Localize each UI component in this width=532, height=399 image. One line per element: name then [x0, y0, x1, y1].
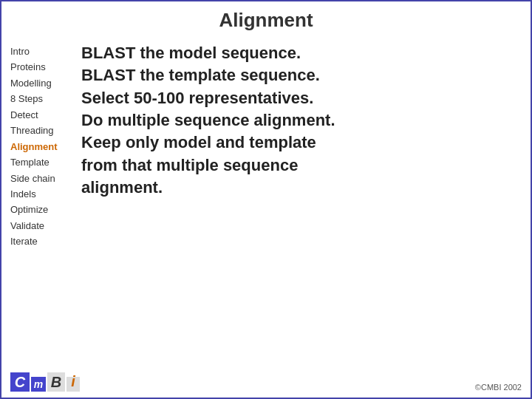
content-line: Select 50-100 representatives. — [81, 87, 522, 109]
sidebar-item[interactable]: Threading — [10, 123, 77, 138]
sidebar: IntroProteinsModelling8 StepsDetectThrea… — [10, 42, 77, 361]
sidebar-item[interactable]: Intro — [10, 44, 77, 59]
sidebar-item[interactable]: Alignment — [10, 139, 77, 154]
sidebar-item[interactable]: Iterate — [10, 233, 77, 249]
logo-c: C — [10, 372, 30, 392]
content-line: alignment. — [81, 177, 522, 199]
content-line: BLAST the model sequence. — [81, 42, 522, 64]
sidebar-item[interactable]: Validate — [10, 218, 77, 233]
content-line: BLAST the template sequence. — [81, 64, 522, 86]
sidebar-item[interactable]: Template — [10, 154, 77, 170]
content-line: Do multiple sequence alignment. — [81, 109, 522, 132]
content-line: from that multiple sequence — [81, 154, 522, 177]
logo-m: m — [31, 377, 46, 392]
content-line: Keep only model and template — [81, 132, 522, 154]
copyright: ©CMBI 2002 — [475, 383, 522, 392]
sidebar-item[interactable]: Modelling — [10, 75, 77, 91]
logo-i: i — [66, 377, 80, 392]
title-row: Alignment — [10, 9, 522, 32]
sidebar-item[interactable]: Proteins — [10, 59, 77, 75]
sidebar-item[interactable]: 8 Steps — [10, 91, 77, 106]
sidebar-item[interactable]: Side chain — [10, 171, 77, 186]
content-row: IntroProteinsModelling8 StepsDetectThrea… — [10, 42, 522, 361]
sidebar-item[interactable]: Detect — [10, 107, 77, 123]
page-title: Alignment — [219, 9, 313, 31]
page: Alignment IntroProteinsModelling8 StepsD… — [1, 1, 531, 398]
logo-b: B — [47, 372, 65, 392]
sidebar-item[interactable]: Indels — [10, 186, 77, 202]
logo: C m B i — [10, 372, 80, 392]
footer: C m B i ©CMBI 2002 — [10, 368, 522, 392]
main-content: BLAST the model sequence.BLAST the templ… — [77, 42, 522, 361]
sidebar-item[interactable]: Optimize — [10, 202, 77, 217]
